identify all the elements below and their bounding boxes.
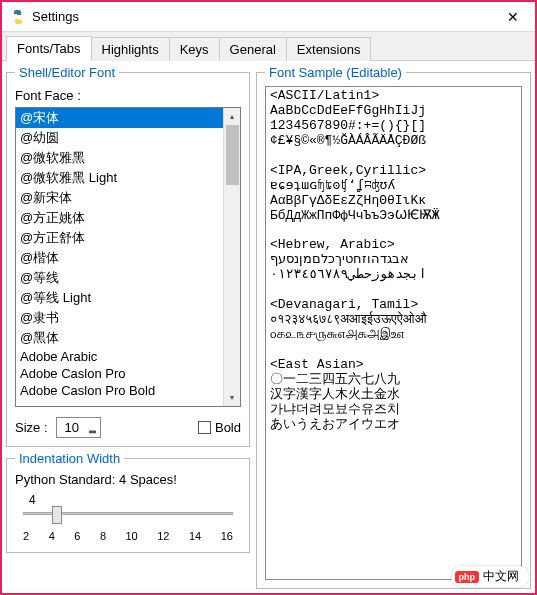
- titlebar: Settings ✕: [2, 2, 535, 32]
- sample-line: ०१२३४५६७८९अआइईउऊएऐओऔ: [270, 313, 517, 328]
- slider-tick-label: 6: [74, 530, 80, 542]
- list-item[interactable]: @等线 Light: [16, 288, 223, 308]
- indentation-width-group: Indentation Width Python Standard: 4 Spa…: [6, 451, 250, 553]
- sample-line: [270, 343, 517, 358]
- window-title: Settings: [32, 9, 499, 24]
- list-item[interactable]: Adobe Caslon Pro: [16, 365, 223, 382]
- sample-line: אבגדהוזחטיךכלםמןנסעף: [270, 253, 517, 268]
- indent-label: Python Standard: 4 Spaces!: [15, 472, 241, 487]
- list-item[interactable]: Adobe Arabic: [16, 348, 223, 365]
- sample-line: ابجدهوزحطي٠١٢٣٤٥٦٧٨٩: [270, 268, 517, 283]
- font-face-listbox[interactable]: @宋体@幼圆@微软雅黑@微软雅黑 Light@新宋体@方正姚体@方正舒体@楷体@…: [15, 107, 241, 407]
- tab-fonts-tabs[interactable]: Fonts/Tabs: [6, 36, 92, 61]
- list-item[interactable]: @黑体: [16, 328, 223, 348]
- list-item[interactable]: @幼圆: [16, 128, 223, 148]
- sample-line: <East Asian>: [270, 358, 517, 373]
- size-label: Size :: [15, 420, 48, 435]
- sample-line: [270, 149, 517, 164]
- sample-line: ΑαΒβΓγΔδΕεΖζΗηΘθΙιΚκ: [270, 194, 517, 209]
- scroll-down-icon[interactable]: ▾: [224, 389, 241, 406]
- indent-legend: Indentation Width: [15, 451, 124, 466]
- sample-line: [270, 283, 517, 298]
- slider-tick-label: 14: [189, 530, 201, 542]
- list-item[interactable]: Adobe Caslon Pro Bold: [16, 382, 223, 399]
- watermark: php 中文网: [451, 566, 530, 587]
- sample-line: ௦௧௨௩௪௫௬௭௮௯அஇஉஎ: [270, 328, 517, 343]
- watermark-text: 中文网: [483, 568, 519, 585]
- sample-line: 〇一二三四五六七八九: [270, 373, 517, 388]
- sample-line: <Hebrew, Arabic>: [270, 238, 517, 253]
- list-item[interactable]: @隶书: [16, 308, 223, 328]
- bold-checkbox[interactable]: Bold: [198, 420, 241, 435]
- indent-slider[interactable]: [23, 508, 233, 528]
- sample-line: [270, 223, 517, 238]
- list-item[interactable]: @楷体: [16, 248, 223, 268]
- shell-font-legend: Shell/Editor Font: [15, 65, 119, 80]
- size-value: 10: [65, 420, 83, 435]
- slider-tick-label: 16: [221, 530, 233, 542]
- listbox-scrollbar[interactable]: ▴ ▾: [223, 108, 240, 406]
- sample-line: ¢£¥§©«®¶½ĞÀÁÂÃÄÅÇÐØß: [270, 134, 517, 149]
- shell-editor-font-group: Shell/Editor Font Font Face : @宋体@幼圆@微软雅…: [6, 65, 250, 447]
- list-item[interactable]: @方正姚体: [16, 208, 223, 228]
- sample-line: 1234567890#:+=(){}[]: [270, 119, 517, 134]
- sample-line: <Devanagari, Tamil>: [270, 298, 517, 313]
- sample-line: 가냐더려모뵤수유즈치: [270, 403, 517, 418]
- indent-current-value: 4: [29, 493, 241, 507]
- slider-tick-label: 8: [100, 530, 106, 542]
- tab-keys[interactable]: Keys: [169, 37, 220, 61]
- checkbox-icon: [198, 421, 211, 434]
- slider-thumb[interactable]: [52, 506, 62, 524]
- close-button[interactable]: ✕: [499, 5, 527, 29]
- slider-tick-label: 10: [126, 530, 138, 542]
- scroll-thumb[interactable]: [226, 125, 239, 185]
- font-sample-textarea[interactable]: <ASCII/Latin1>AaBbCcDdEeFfGgHhIiJj123456…: [265, 86, 522, 580]
- sample-line: AaBbCcDdEeFfGgHhIiJj: [270, 104, 517, 119]
- list-item[interactable]: @宋体: [16, 108, 223, 128]
- tab-extensions[interactable]: Extensions: [286, 37, 372, 61]
- list-item[interactable]: @等线: [16, 268, 223, 288]
- sample-line: БбДдЖжПпФфЧчЪъЭэѠѤѬӜ: [270, 209, 517, 224]
- list-item[interactable]: @微软雅黑 Light: [16, 168, 223, 188]
- app-icon: [10, 9, 26, 25]
- list-item[interactable]: @方正舒体: [16, 228, 223, 248]
- slider-tick-label: 2: [23, 530, 29, 542]
- tab-highlights[interactable]: Highlights: [91, 37, 170, 61]
- tab-bar: Fonts/TabsHighlightsKeysGeneralExtension…: [2, 32, 535, 60]
- slider-tick-label: 12: [157, 530, 169, 542]
- scroll-up-icon[interactable]: ▴: [224, 108, 241, 125]
- watermark-badge: php: [455, 571, 480, 583]
- spin-handle-icon[interactable]: ▂: [89, 423, 96, 433]
- font-face-label: Font Face :: [15, 88, 241, 103]
- slider-tick-label: 4: [49, 530, 55, 542]
- sample-line: あいうえおアイウエオ: [270, 418, 517, 433]
- font-sample-legend: Font Sample (Editable): [265, 65, 406, 80]
- sample-line: <ASCII/Latin1>: [270, 89, 517, 104]
- sample-line: ɐɕɘʇɯɢʩʨʘʧʻʆʭʤʊʎ: [270, 179, 517, 194]
- sample-line: <IPA,Greek,Cyrillic>: [270, 164, 517, 179]
- list-item[interactable]: @微软雅黑: [16, 148, 223, 168]
- list-item[interactable]: @新宋体: [16, 188, 223, 208]
- size-spinbox[interactable]: 10 ▂: [56, 417, 101, 438]
- font-sample-group: Font Sample (Editable) <ASCII/Latin1>AaB…: [256, 65, 531, 589]
- sample-line: 汉字漢字人木火土金水: [270, 388, 517, 403]
- tab-general[interactable]: General: [219, 37, 287, 61]
